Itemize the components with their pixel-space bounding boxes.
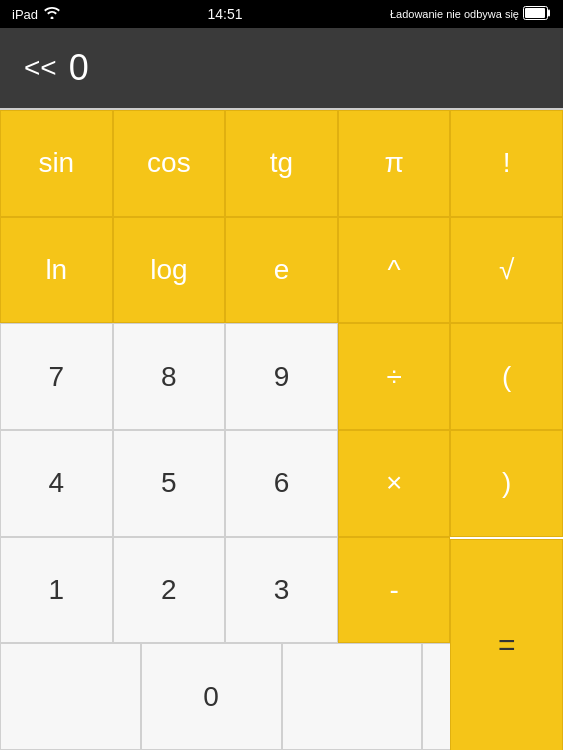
btn-blank-left (0, 643, 141, 750)
status-bar: iPad 14:51 Ładowanie nie odbywa się (0, 0, 563, 28)
btn-subtract[interactable]: - (338, 537, 451, 644)
btn-equals[interactable]: = (450, 539, 563, 750)
e-button[interactable]: e (225, 217, 338, 324)
status-time: 14:51 (207, 6, 242, 22)
btn-9[interactable]: 9 (225, 323, 338, 430)
btn-divide[interactable]: ÷ (338, 323, 451, 430)
log-button[interactable]: log (113, 217, 226, 324)
svg-rect-1 (525, 8, 545, 18)
btn-0[interactable]: 0 (141, 643, 282, 750)
cos-button[interactable]: cos (113, 110, 226, 217)
btn-8[interactable]: 8 (113, 323, 226, 430)
btn-lparen[interactable]: ( (450, 323, 563, 430)
scientific-row-1: sin cos tg π ! (0, 110, 563, 217)
btn-4[interactable]: 4 (0, 430, 113, 537)
numpad-row-2: 4 5 6 × ) (0, 430, 563, 537)
tg-button[interactable]: tg (225, 110, 338, 217)
calculator: << 0 sin cos tg π ! ln log e ^ √ 7 8 9 ÷… (0, 28, 563, 750)
sin-button[interactable]: sin (0, 110, 113, 217)
backspace-button[interactable]: << (24, 52, 57, 84)
scientific-row-2: ln log e ^ √ (0, 217, 563, 324)
display-value: 0 (69, 47, 89, 89)
ipad-label: iPad (12, 7, 38, 22)
button-grid: sin cos tg π ! ln log e ^ √ 7 8 9 ÷ ( 4 … (0, 108, 563, 750)
btn-3[interactable]: 3 (225, 537, 338, 644)
btn-rparen[interactable]: ) (450, 430, 563, 537)
pi-button[interactable]: π (338, 110, 451, 217)
status-left: iPad (12, 7, 60, 22)
display-area: << 0 (0, 28, 563, 108)
charging-label: Ładowanie nie odbywa się (390, 8, 519, 20)
btn-1[interactable]: 1 (0, 537, 113, 644)
ln-button[interactable]: ln (0, 217, 113, 324)
btn-7[interactable]: 7 (0, 323, 113, 430)
power-button[interactable]: ^ (338, 217, 451, 324)
wifi-icon (44, 7, 60, 22)
numpad-row-1: 7 8 9 ÷ ( (0, 323, 563, 430)
btn-blank-right (282, 643, 423, 750)
sqrt-button[interactable]: √ (450, 217, 563, 324)
factorial-button[interactable]: ! (450, 110, 563, 217)
btn-5[interactable]: 5 (113, 430, 226, 537)
btn-6[interactable]: 6 (225, 430, 338, 537)
status-right: Ładowanie nie odbywa się (390, 6, 551, 22)
battery-icon (523, 6, 551, 22)
btn-multiply[interactable]: × (338, 430, 451, 537)
btn-2[interactable]: 2 (113, 537, 226, 644)
